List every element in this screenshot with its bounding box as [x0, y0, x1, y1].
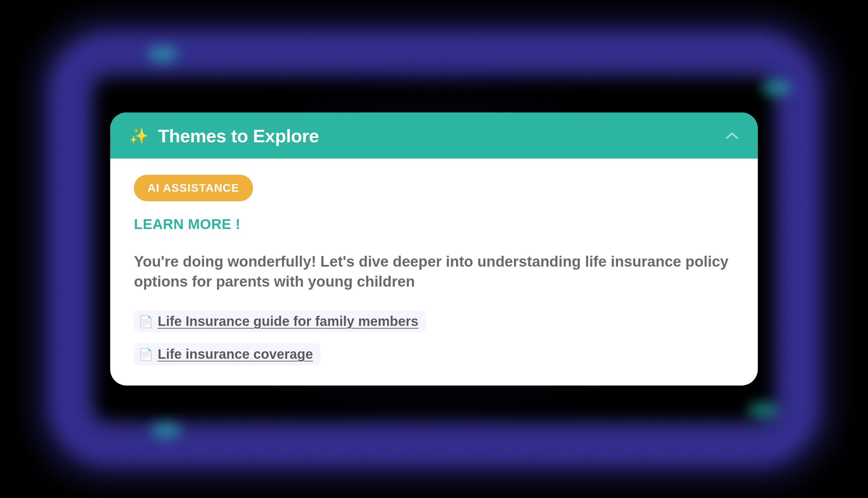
- themes-card: ✨ Themes to Explore AI ASSISTANCE LEARN …: [110, 113, 758, 386]
- card-body: AI ASSISTANCE LEARN MORE ! You're doing …: [110, 159, 758, 386]
- resource-link-row: 📄 Life Insurance guide for family member…: [134, 310, 734, 332]
- header-title: Themes to Explore: [158, 125, 319, 146]
- description-text: You're doing wonderfully! Let's dive dee…: [134, 251, 731, 292]
- resource-link-row: 📄 Life insurance coverage: [134, 343, 734, 365]
- resource-link[interactable]: Life insurance coverage: [158, 346, 313, 362]
- teal-accent: [151, 422, 181, 439]
- teal-accent: [761, 80, 792, 96]
- document-icon: 📄: [139, 349, 153, 360]
- sparkle-icon: ✨: [129, 128, 149, 144]
- glow-frame: ✨ Themes to Explore AI ASSISTANCE LEARN …: [49, 32, 819, 466]
- teal-accent: [148, 46, 178, 63]
- collapse-toggle[interactable]: [725, 129, 739, 143]
- chevron-up-icon: [726, 132, 738, 140]
- ai-assistance-badge: AI ASSISTANCE: [134, 175, 253, 201]
- header-left: ✨ Themes to Explore: [129, 125, 319, 146]
- teal-accent: [748, 402, 778, 418]
- resource-link-pill: 📄 Life insurance coverage: [134, 343, 320, 365]
- resource-link-pill: 📄 Life Insurance guide for family member…: [134, 310, 426, 332]
- card-header: ✨ Themes to Explore: [110, 113, 758, 159]
- document-icon: 📄: [139, 316, 153, 327]
- learn-more-heading: LEARN MORE !: [134, 216, 734, 232]
- resource-link[interactable]: Life Insurance guide for family members: [158, 314, 418, 329]
